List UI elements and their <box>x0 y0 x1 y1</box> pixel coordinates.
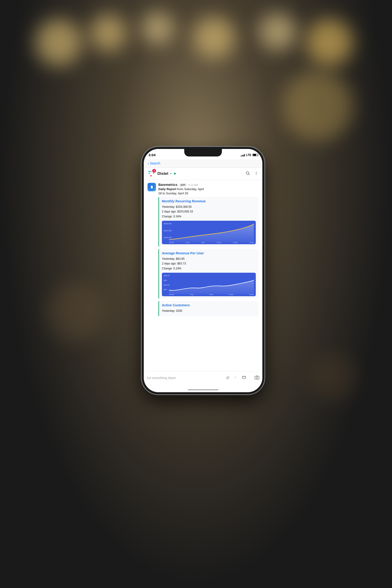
sender-name: Baremetrics <box>158 183 178 186</box>
input-placeholder-text[interactable]: Jot something down <box>146 376 223 380</box>
arpu-y-label-1: $65.50 <box>164 274 170 277</box>
bokeh-light-4 <box>193 16 235 59</box>
phone-device: 3:04 LTE ‹ Search <box>142 147 264 394</box>
bokeh-light-8 <box>47 282 106 341</box>
arpu-x-5: 19 Apr <box>249 294 254 295</box>
mrr-x-3: 9 Apr <box>201 242 205 243</box>
active-customers-stats: Yesterday: 3200 <box>162 308 256 313</box>
signal-bar-1 <box>241 156 242 156</box>
message-input-bar[interactable]: Jot something down @ / <box>144 371 262 385</box>
phone-screen: 3:04 LTE ‹ Search <box>144 149 262 392</box>
channel-name-text: Distel <box>158 171 168 176</box>
signal-bars <box>241 154 245 156</box>
arpu-yesterday-value: $63.85 <box>176 257 185 260</box>
mrr-y-label-1: $205,000 <box>164 222 172 225</box>
camera-icon[interactable] <box>254 375 260 381</box>
active-customers-title: Active Customers <box>162 303 256 307</box>
mrr-x-2: 4 Apr <box>186 242 190 243</box>
arpu-chart-svg <box>169 274 254 294</box>
arpu-y-label-3: $64.50 <box>164 284 170 286</box>
search-icon[interactable] <box>246 171 250 177</box>
arpu-change-label: Change: <box>162 267 174 270</box>
mrr-y-label-3: $195,000 <box>164 236 172 238</box>
lte-indicator: LTE <box>246 154 251 157</box>
arpu-change-value: 0.19% <box>174 267 182 270</box>
message-daily-report: Daily Report from Saturday, April 28 to … <box>158 187 258 196</box>
more-options-icon[interactable] <box>254 171 258 177</box>
battery-fill <box>253 154 256 156</box>
arpu-yesterday-label: Yesterday: <box>162 257 176 260</box>
bokeh-light-1 <box>35 19 82 66</box>
mrr-x-1: 30 Mar <box>169 242 174 243</box>
svg-point-17 <box>256 377 258 378</box>
nav-back-bar[interactable]: ‹ Search <box>144 159 262 168</box>
app-badge: APP <box>179 184 186 186</box>
svg-rect-2 <box>150 171 152 172</box>
mrr-title: Monthly Recurring Revenue <box>162 199 256 203</box>
arpu-x-1: 30 Mar <box>169 294 174 295</box>
status-right-icons: LTE <box>241 154 258 157</box>
mrr-x-labels: 30 Mar 4 Apr 9 Apr 14 Apr 19 Apr 24 Apr <box>169 242 254 243</box>
signal-bar-3 <box>243 154 244 156</box>
svg-text:@: @ <box>226 376 230 379</box>
svg-rect-3 <box>150 175 152 176</box>
baremetrics-message: Baremetrics APP 6:12 AM Daily Report fro… <box>148 183 258 318</box>
bokeh-light-6 <box>306 19 353 66</box>
svg-rect-6 <box>150 173 152 174</box>
slack-notification-badge: 3 <box>152 169 156 173</box>
input-action-buttons: @ / <box>226 375 260 381</box>
svg-point-10 <box>256 173 257 174</box>
slash-command-icon[interactable]: / <box>234 375 238 381</box>
signal-bar-2 <box>242 155 242 156</box>
phone-wrapper: 3:04 LTE ‹ Search <box>142 147 264 394</box>
mrr-metric-card: Monthly Recurring Revenue Yesterday: $20… <box>158 197 258 246</box>
mrr-chart: $205,000 $200,000 $195,000 <box>162 221 256 244</box>
mrr-x-6: 24 Apr <box>249 242 254 243</box>
mrr-x-4: 14 Apr <box>216 242 221 243</box>
arpu-title: Average Revenue Per User <box>162 251 256 255</box>
daily-report-from: from Saturday, April <box>177 187 204 191</box>
message-body: Baremetrics APP 6:12 AM Daily Report fro… <box>158 183 258 318</box>
svg-point-9 <box>256 172 257 172</box>
svg-rect-4 <box>153 173 154 174</box>
mrr-yesterday-value: $204,306.50 <box>176 205 192 208</box>
mrr-y-labels: $205,000 $200,000 $195,000 <box>164 222 172 238</box>
dropdown-arrow-icon <box>170 172 172 175</box>
svg-line-8 <box>248 174 250 175</box>
daily-report-dates: 28 to Sunday, April 29 <box>158 192 188 195</box>
slack-logo: 3 <box>148 170 155 178</box>
mrr-twodays-value: $203,606.33 <box>177 210 193 213</box>
message-area[interactable]: Baremetrics APP 6:12 AM Daily Report fro… <box>144 180 262 371</box>
at-mention-icon[interactable]: @ <box>226 375 230 381</box>
arpu-chart: $65.50 $65 $64.50 $63 <box>162 273 256 296</box>
message-meta: Baremetrics APP 6:12 AM <box>158 183 258 186</box>
baremetrics-logo-svg <box>149 184 154 190</box>
svg-rect-0 <box>148 173 150 174</box>
bokeh-light-5 <box>259 13 296 50</box>
phone-notch <box>184 149 222 156</box>
svg-text:/: / <box>235 376 236 379</box>
arpu-twodays-label: 2 days ago: <box>162 262 177 265</box>
online-status-dot <box>174 173 176 174</box>
header-actions <box>246 171 258 177</box>
mrr-twodays-label: 2 days ago: <box>162 210 177 213</box>
svg-rect-16 <box>255 376 259 379</box>
arpu-twodays-value: $63.73 <box>177 262 186 265</box>
svg-rect-15 <box>242 376 246 378</box>
mrr-change-label: Change: <box>162 215 174 218</box>
arpu-x-4: 14 Apr <box>229 294 234 295</box>
active-customers-yesterday-label: Yesterday: <box>162 309 176 312</box>
arpu-y-label-2: $65 <box>164 279 170 282</box>
status-time: 3:04 <box>148 153 156 157</box>
mrr-x-5: 19 Apr <box>233 242 238 243</box>
baremetrics-avatar <box>148 183 156 191</box>
channel-name-row: Distel <box>158 171 176 176</box>
attachment-icon[interactable] <box>242 375 246 381</box>
back-text[interactable]: Search <box>150 162 160 165</box>
channel-info: 3 Distel <box>148 170 176 178</box>
message-time: 6:12 AM <box>188 184 198 186</box>
arpu-metric-card: Average Revenue Per User Yesterday: $63.… <box>158 249 258 298</box>
svg-rect-1 <box>148 171 150 172</box>
slack-channel-header: 3 Distel <box>144 168 262 180</box>
bokeh-light-2 <box>90 14 127 52</box>
